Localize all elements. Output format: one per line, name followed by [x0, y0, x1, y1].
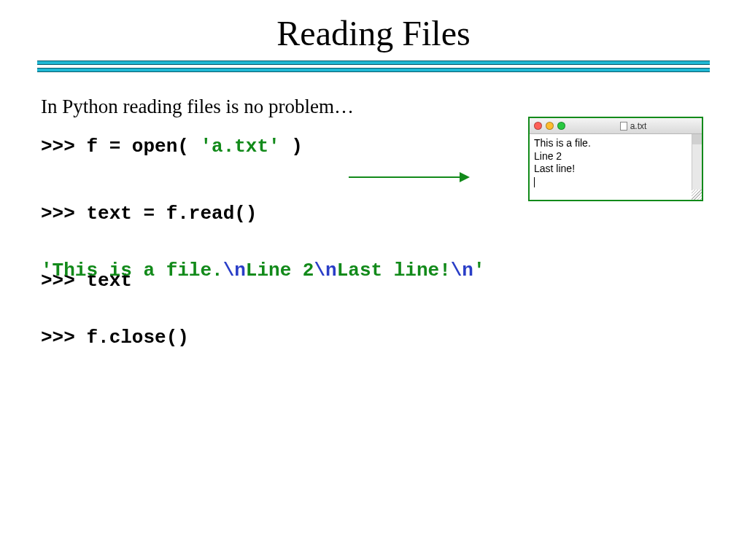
- resize-handle-icon: [692, 190, 702, 200]
- output-text: ': [473, 260, 485, 281]
- titlebar: a.txt: [530, 118, 702, 134]
- text-cursor-icon: [534, 177, 535, 187]
- prompt: >>>: [41, 327, 86, 349]
- escape-char: \n: [223, 260, 246, 281]
- output-text: Line 2: [246, 260, 314, 281]
- zoom-icon: [557, 122, 565, 130]
- scrollbar: [692, 134, 702, 190]
- arrow-icon: [349, 176, 468, 178]
- intro-text: In Python reading files is no problem…: [41, 96, 706, 118]
- file-window: a.txt This is a file. Line 2 Last line!: [528, 117, 703, 201]
- minimize-icon: [546, 122, 554, 130]
- divider: [37, 61, 710, 72]
- code-text: ): [280, 136, 303, 158]
- escape-char: \n: [314, 260, 336, 281]
- code-text: f = open(: [86, 136, 200, 158]
- escape-char: \n: [451, 260, 473, 281]
- file-line: Last line!: [534, 163, 697, 176]
- repl-output: 'This is a file.\nLine 2\nLast line!\n': [41, 260, 706, 281]
- document-icon: [620, 122, 627, 131]
- output-text: Last line!: [337, 260, 451, 281]
- file-body: This is a file. Line 2 Last line!: [530, 134, 702, 200]
- prompt: >>>: [41, 203, 86, 225]
- code-line-close: >>> f.close(): [41, 327, 706, 349]
- divider-line: [37, 61, 710, 65]
- window-title: a.txt: [569, 121, 697, 131]
- string-literal: 'a.txt': [200, 136, 279, 158]
- divider-line: [37, 68, 710, 72]
- file-line: Line 2: [534, 150, 697, 163]
- code-text: f.close(): [86, 327, 188, 349]
- page-title: Reading Files: [0, 0, 747, 61]
- close-icon: [534, 122, 542, 130]
- code-line-read: >>> text = f.read(): [41, 203, 706, 225]
- slide: Reading Files In Python reading files is…: [0, 0, 747, 560]
- filename: a.txt: [630, 121, 647, 131]
- output-text: 'This is a file.: [41, 260, 223, 281]
- code-text: text = f.read(): [86, 203, 257, 225]
- prompt: >>>: [41, 136, 86, 158]
- file-line: This is a file.: [534, 137, 697, 150]
